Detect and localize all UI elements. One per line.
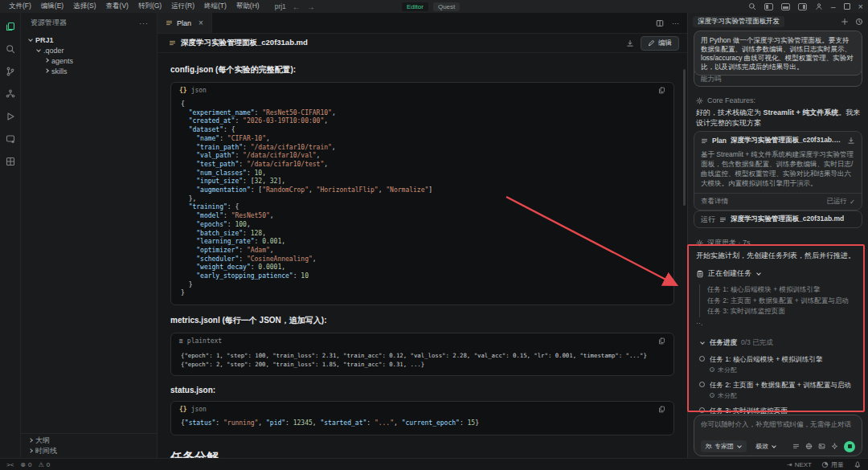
copy-code-icon[interactable]	[658, 87, 665, 94]
task-radio-icon[interactable]	[699, 382, 705, 387]
tree-item-label: .qoder	[43, 47, 64, 55]
heading-config-json: config.json (每个实验的完整配置):	[170, 64, 674, 76]
quest-mode-badge[interactable]: Quest	[433, 2, 460, 11]
deep-thinking-row[interactable]: 深度思考 · 7s	[696, 238, 860, 248]
task-assignee-row: 未分配	[710, 366, 860, 374]
explorer-section[interactable]: 时间线	[21, 446, 157, 456]
document-header: 深度学习实验管理面板_c20f31ab.md 编辑	[158, 34, 687, 53]
web-icon[interactable]	[805, 443, 813, 450]
task-radio-icon[interactable]	[699, 356, 705, 362]
menu-item[interactable]: 转到(G)	[134, 1, 166, 12]
explorer-panel: 资源管理器 ··· PRJ1.qoderagentsskills 大纲时间线	[21, 13, 158, 458]
layout-sidebar-left-icon[interactable]	[764, 3, 773, 10]
editor-tab-bar: Plan × ···	[158, 13, 687, 34]
editor-scrollbar[interactable]	[683, 69, 686, 206]
editor-mode-badge[interactable]: Editor	[402, 2, 428, 11]
nav-back-icon[interactable]: ←	[293, 2, 301, 11]
copy-code-icon[interactable]	[658, 406, 665, 413]
task-progress-header[interactable]: 任务进度 0/3 已完成	[699, 338, 860, 348]
task-progress-count: 0/3 已完成	[741, 338, 773, 348]
tree-item[interactable]: agents	[21, 55, 157, 66]
chat-input-box[interactable]: 专家团 极致	[694, 415, 862, 456]
warnings-indicator[interactable]: ⚠ 0	[39, 461, 51, 468]
activity-bar	[0, 13, 21, 458]
remote-indicator[interactable]: ><	[6, 461, 14, 468]
document-content[interactable]: config.json (每个实验的完整配置): {} json { "expe…	[158, 53, 687, 458]
view-details-link[interactable]: 查看详情	[701, 197, 728, 206]
model-level-label: 极致	[755, 442, 768, 451]
chevron-down-icon	[700, 340, 705, 345]
chat-session-title[interactable]: 深度学习实验管理面板开发	[693, 16, 784, 27]
extensions-icon[interactable]	[5, 156, 16, 167]
history-icon[interactable]	[855, 18, 863, 26]
agent-mode-dropdown[interactable]: 专家团	[701, 440, 747, 452]
code-line: },	[181, 195, 664, 204]
stop-generation-button[interactable]	[844, 441, 855, 452]
menu-item[interactable]: 终端(T)	[200, 1, 231, 12]
image-attach-icon[interactable]	[818, 443, 825, 450]
editor-more-icon[interactable]: ···	[672, 19, 679, 27]
tab-plan[interactable]: Plan ×	[158, 13, 212, 33]
code-line: "optimizer": "Adam",	[181, 247, 664, 255]
tab-close-icon[interactable]: ×	[199, 18, 203, 27]
chat-input[interactable]	[701, 420, 855, 440]
search-sidebar-icon[interactable]	[5, 43, 16, 55]
plan-card[interactable]: Plan 深度学习实验管理面板_c20f31ab.md 基于 Streamlit…	[694, 131, 862, 210]
menu-item[interactable]: 编辑(E)	[37, 1, 68, 12]
tree-item[interactable]: skills	[21, 66, 157, 76]
tree-item[interactable]: PRJ1	[21, 35, 157, 45]
task-progress-item[interactable]: 任务 1: 核心后端模块 + 模拟训练引擎未分配	[699, 354, 860, 374]
explorer-more-icon[interactable]: ···	[139, 19, 149, 27]
queue-icon[interactable]	[792, 443, 800, 450]
window-close-button[interactable]: ×	[858, 2, 863, 11]
menu-item[interactable]: 查看(V)	[102, 1, 133, 12]
agents-icon[interactable]	[5, 88, 16, 100]
explorer-section-label: 时间线	[35, 446, 57, 456]
tree-item-label: skills	[51, 67, 68, 76]
truncation-ellipsis: ··.	[696, 319, 860, 327]
source-control-icon[interactable]	[5, 66, 16, 77]
account-icon[interactable]	[815, 2, 823, 10]
explorer-section-label: 大纲	[35, 435, 50, 446]
next-indicator[interactable]: ⇥ NEXT	[787, 461, 812, 468]
code-line: "name": "CIFAR-10",	[181, 135, 664, 144]
download-plan-icon[interactable]	[847, 137, 855, 145]
bell-icon[interactable]	[854, 460, 862, 468]
menu-item[interactable]: 选择(S)	[69, 1, 100, 12]
layout-panel-icon[interactable]	[781, 3, 790, 10]
run-debug-icon[interactable]	[5, 111, 16, 122]
code-line: }	[181, 289, 664, 298]
new-chat-icon[interactable]	[841, 18, 849, 26]
window-minimize-button[interactable]: –	[831, 2, 836, 11]
task-radio-icon[interactable]	[699, 407, 705, 413]
code-line: {"status": "running", "pid": 12345, "sta…	[181, 419, 664, 428]
usage-indicator[interactable]: 用量	[821, 460, 844, 469]
explorer-section[interactable]: 大纲	[21, 435, 157, 446]
code-line: "num_classes": 10,	[181, 170, 664, 178]
search-icon[interactable]	[748, 2, 756, 10]
code-line: }	[181, 281, 664, 290]
layout-sidebar-right-icon[interactable]	[798, 3, 807, 10]
project-switcher[interactable]: prj1	[275, 2, 286, 10]
model-level-dropdown[interactable]: 极致	[751, 440, 781, 452]
menu-item[interactable]: 帮助(H)	[232, 1, 264, 12]
window-maximize-button[interactable]	[844, 3, 850, 10]
explorer-icon[interactable]	[5, 21, 16, 32]
copy-code-icon[interactable]	[658, 337, 665, 345]
creating-tasks-row[interactable]: 正在创建任务	[696, 268, 860, 279]
menu-item[interactable]: 文件(F)	[5, 1, 35, 12]
errors-indicator[interactable]: ⊗ 0	[20, 461, 31, 468]
assistant-panel: 深度学习实验管理面板开发 用 JSON/YAML 文件管理配置和数据，需要数据库…	[687, 13, 868, 458]
sparkle-icon[interactable]	[831, 443, 838, 450]
code-line: "augmentation": ["RandomCrop", "Horizont…	[181, 186, 664, 195]
menu-item[interactable]: 运行(R)	[167, 1, 199, 12]
download-doc-icon[interactable]	[626, 39, 634, 47]
nav-forward-icon[interactable]: →	[307, 2, 315, 11]
split-editor-icon[interactable]	[656, 19, 664, 27]
edit-button[interactable]: 编辑	[641, 36, 679, 51]
run-command-row[interactable]: 运行 深度学习实验管理面板_c20f31ab.md	[694, 210, 862, 228]
task-progress-item[interactable]: 任务 2: 主页面 + 数据集配置 + 训练配置与启动未分配	[699, 380, 860, 400]
tree-item[interactable]: .qoder	[21, 45, 157, 55]
chat-icon[interactable]	[5, 133, 16, 145]
code-line: "epochs": 100,	[181, 221, 664, 230]
